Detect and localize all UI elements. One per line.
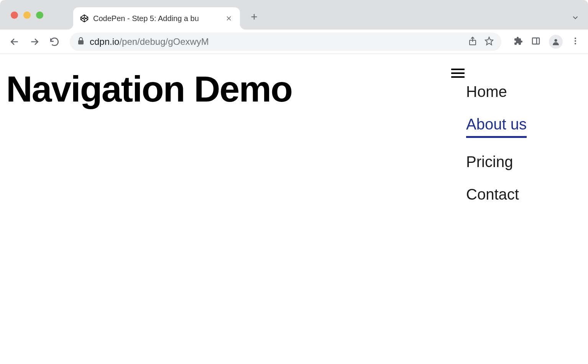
bookmark-star-icon[interactable] [485, 36, 494, 47]
url-domain: cdpn.io [90, 36, 119, 47]
svg-point-9 [555, 39, 557, 42]
svg-point-11 [575, 40, 576, 42]
nav-link-about-us[interactable]: About us [466, 116, 527, 138]
svg-marker-6 [485, 37, 493, 45]
address-bar[interactable]: cdpn.io/pen/debug/gOexwyM [70, 33, 501, 51]
browser-titlebar: CodePen - Step 5: Adding a bu + [0, 0, 588, 30]
svg-point-10 [575, 38, 576, 39]
nav-link-pricing[interactable]: Pricing [466, 153, 527, 171]
svg-point-12 [575, 43, 576, 44]
new-tab-button[interactable]: + [249, 10, 259, 23]
hamburger-bar-icon [451, 72, 465, 74]
page-content: Navigation Demo Home About us Pricing Co… [0, 54, 588, 364]
addressbar-actions [468, 36, 494, 47]
url-text: cdpn.io/pen/debug/gOexwyM [90, 36, 463, 47]
tab-title: CodePen - Step 5: Adding a bu [93, 14, 220, 23]
url-path: /pen/debug/gOexwyM [119, 36, 209, 47]
profile-avatar[interactable] [549, 35, 563, 49]
tab-close-button[interactable] [225, 14, 233, 23]
back-button[interactable] [6, 33, 23, 50]
nav-link-contact[interactable]: Contact [466, 186, 527, 203]
hamburger-bar-icon [451, 76, 465, 78]
window-controls [11, 11, 43, 19]
window-close-button[interactable] [11, 11, 18, 19]
extensions-icon[interactable] [514, 36, 523, 47]
hamburger-menu-button[interactable] [451, 69, 465, 78]
browser-toolbar: cdpn.io/pen/debug/gOexwyM [0, 30, 588, 54]
nav-link-home[interactable]: Home [466, 83, 527, 100]
svg-rect-4 [78, 40, 84, 44]
svg-rect-7 [532, 38, 539, 44]
window-maximize-button[interactable] [36, 11, 43, 19]
window-minimize-button[interactable] [23, 11, 31, 19]
tabs-dropdown-button[interactable] [571, 13, 580, 23]
sidepanel-icon[interactable] [531, 36, 540, 47]
kebab-menu-icon[interactable] [571, 37, 580, 47]
codepen-favicon-icon [80, 14, 89, 23]
reload-button[interactable] [46, 33, 63, 50]
lock-icon [77, 37, 84, 46]
hamburger-bar-icon [451, 69, 465, 70]
toolbar-actions [508, 35, 582, 49]
forward-button[interactable] [26, 33, 43, 50]
browser-chrome: CodePen - Step 5: Adding a bu + [0, 0, 588, 54]
share-icon[interactable] [468, 36, 477, 47]
nav-menu: Home About us Pricing Contact [466, 83, 527, 203]
browser-tab[interactable]: CodePen - Step 5: Adding a bu [73, 7, 240, 30]
